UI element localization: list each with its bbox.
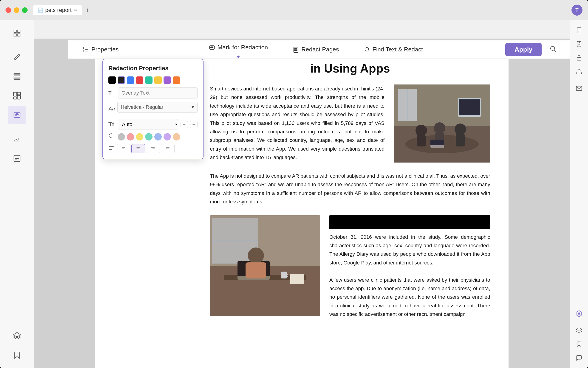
content-scroll[interactable]: Redaction Properties: [34, 38, 570, 368]
light-swatch-peach[interactable]: [173, 133, 180, 140]
user-avatar[interactable]: T: [571, 5, 582, 16]
font-size-decrease-button[interactable]: −: [180, 121, 188, 128]
color-swatch-orange[interactable]: [173, 76, 180, 84]
color-swatch-black[interactable]: [108, 76, 116, 84]
minimize-button[interactable]: [14, 7, 19, 13]
svg-rect-3: [18, 34, 20, 36]
svg-rect-85: [577, 58, 581, 60]
maximize-button[interactable]: [22, 7, 28, 13]
right-sidebar-upload[interactable]: [573, 65, 586, 78]
color-swatch-blue[interactable]: [127, 76, 134, 84]
svg-rect-1: [18, 30, 20, 33]
right-sidebar-bookmark[interactable]: [573, 338, 586, 350]
svg-rect-7: [14, 92, 17, 96]
right-sidebar-email[interactable]: [573, 82, 586, 95]
app-window: 📄 pets report ✏ + T: [0, 0, 588, 368]
sidebar-item-bookmark[interactable]: [8, 346, 26, 364]
doc-image-1: [394, 84, 490, 163]
align-right-button[interactable]: [146, 144, 160, 153]
doc-bottom-text: October 31, 2016 were included in the st…: [329, 215, 490, 319]
sidebar-item-organize[interactable]: [8, 87, 26, 105]
svg-rect-62: [459, 99, 480, 115]
align-lines-icon: [108, 145, 116, 152]
properties-icon: [83, 46, 89, 53]
svg-point-24: [83, 47, 84, 48]
font-name: Helvetica · Regular: [121, 104, 164, 110]
sidebar-item-forms[interactable]: [8, 149, 26, 168]
svg-rect-78: [290, 274, 304, 284]
svg-rect-29: [210, 47, 213, 48]
svg-point-59: [455, 123, 466, 135]
document-page: Redaction Properties: [95, 48, 509, 368]
svg-point-55: [416, 125, 427, 136]
sidebar-item-layers[interactable]: [8, 327, 26, 345]
svg-line-34: [368, 51, 370, 52]
find-text-redact-button[interactable]: Find Text & Redact: [358, 43, 428, 56]
redact-pages-button[interactable]: Redact Pages: [287, 43, 344, 56]
light-swatch-teal[interactable]: [145, 133, 152, 140]
search-icon[interactable]: [547, 43, 559, 56]
doc-section-2: October 31, 2016 were included in the st…: [210, 215, 490, 319]
right-sidebar-doc-info[interactable]: [573, 24, 586, 37]
sidebar-item-annotate[interactable]: [8, 48, 26, 66]
sidebar-item-sign[interactable]: [8, 130, 26, 148]
sidebar-item-redact[interactable]: [8, 106, 26, 124]
svg-rect-64: [430, 139, 444, 145]
active-tab[interactable]: 📄 pets report ✏: [33, 5, 82, 15]
svg-rect-60: [456, 134, 465, 147]
tab-area: 📄 pets report ✏ +: [33, 5, 91, 15]
svg-rect-31: [295, 48, 298, 49]
sidebar-item-thumbnails[interactable]: [8, 24, 26, 42]
light-swatch-blue[interactable]: [154, 133, 162, 140]
redact-pages-label: Redact Pages: [301, 46, 339, 53]
sidebar-item-edit[interactable]: [8, 67, 26, 86]
panel-title: Redaction Properties: [108, 65, 197, 72]
font-size-select[interactable]: Auto 8 10 12 14 16 18 24: [118, 119, 178, 129]
font-size-increase-button[interactable]: +: [190, 121, 197, 128]
svg-rect-32: [295, 50, 298, 51]
right-sidebar-comment[interactable]: [573, 351, 586, 364]
avatar-initial: T: [575, 7, 578, 13]
apply-button[interactable]: Apply: [505, 43, 541, 56]
right-sidebar-divider-1: [574, 80, 584, 80]
right-sidebar-divider-2: [574, 322, 584, 322]
properties-header: Properties: [75, 40, 126, 59]
light-swatch-lavender[interactable]: [164, 133, 171, 140]
svg-point-26: [83, 51, 84, 52]
light-swatch-pink[interactable]: [127, 133, 134, 140]
right-sidebar: [570, 20, 588, 368]
right-sidebar-layers[interactable]: [573, 324, 586, 337]
right-sidebar-file-convert[interactable]: [573, 38, 586, 51]
color-swatch-dark[interactable]: [118, 76, 125, 84]
light-swatch-gray[interactable]: [118, 133, 125, 140]
color-swatch-yellow[interactable]: [154, 76, 162, 84]
svg-rect-6: [14, 78, 20, 80]
sidebar-divider-1: [7, 45, 27, 45]
doc-image-2-container: [210, 215, 320, 319]
tab-title: pets report: [45, 7, 72, 13]
svg-point-35: [551, 46, 555, 51]
right-sidebar-hexagon[interactable]: [573, 307, 586, 320]
svg-line-36: [554, 50, 556, 52]
right-sidebar-lock[interactable]: [573, 51, 586, 64]
svg-rect-2: [14, 34, 16, 36]
light-swatch-yellow[interactable]: [136, 133, 143, 140]
color-swatch-red[interactable]: [136, 76, 143, 84]
tab-edit-icon[interactable]: ✏: [74, 7, 77, 13]
font-selector[interactable]: Helvetica · Regular ▾: [117, 102, 197, 113]
close-button[interactable]: [6, 7, 11, 13]
mark-for-redaction-button[interactable]: Mark for Redaction: [203, 41, 274, 54]
color-swatch-purple[interactable]: [164, 76, 171, 84]
overlay-text-T-icon: T: [108, 90, 116, 96]
align-center-button[interactable]: [131, 144, 145, 153]
new-tab-button[interactable]: +: [84, 6, 91, 15]
light-color-swatches-row: [108, 133, 197, 140]
overlay-text-input[interactable]: [118, 87, 197, 99]
mark-redaction-indicator: [237, 55, 240, 58]
svg-rect-8: [17, 92, 20, 95]
align-justify-button[interactable]: [161, 144, 175, 153]
font-size-row: Tt Auto 8 10 12 14 16 18 24: [108, 119, 197, 129]
color-swatch-teal[interactable]: [145, 76, 152, 84]
document-title: in Using Apps: [210, 62, 490, 75]
align-left-button[interactable]: [117, 144, 131, 153]
